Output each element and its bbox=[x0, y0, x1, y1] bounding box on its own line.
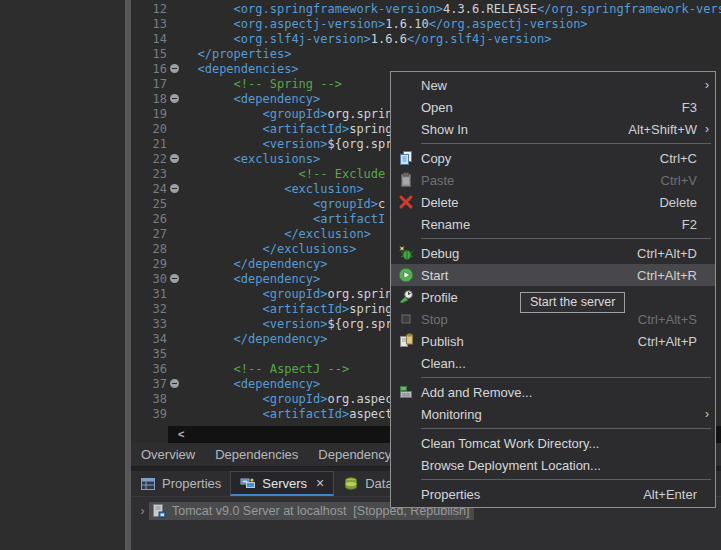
fold-collapse-icon[interactable] bbox=[170, 154, 179, 163]
chevron-right-icon[interactable]: › bbox=[136, 504, 149, 518]
menu-item-shortcut: Delete bbox=[659, 195, 697, 210]
code-line: 12 <org.springframework-version>4.3.6.RE… bbox=[131, 2, 721, 17]
menu-item-copy[interactable]: CopyCtrl+C bbox=[391, 147, 715, 169]
menu-item-shortcut: F2 bbox=[682, 217, 697, 232]
menu-item-label: New bbox=[421, 78, 697, 93]
menu-item-add-and-remove[interactable]: Add and Remove... bbox=[391, 381, 715, 403]
stop-icon bbox=[391, 311, 421, 327]
menu-separator bbox=[391, 140, 715, 147]
line-number: 35 bbox=[131, 347, 169, 362]
menu-item-label: Show In bbox=[421, 122, 628, 137]
submenu-arrow-icon: › bbox=[697, 78, 709, 92]
line-number: 17 bbox=[131, 77, 169, 92]
menu-separator bbox=[391, 235, 715, 242]
menu-item-label: Start bbox=[421, 268, 637, 283]
line-number: 12 bbox=[131, 2, 169, 17]
menu-item-label: Rename bbox=[421, 217, 682, 232]
menu-item-label: Clean... bbox=[421, 356, 697, 371]
menu-item-publish[interactable]: PublishCtrl+Alt+P bbox=[391, 330, 715, 352]
line-number: 26 bbox=[131, 212, 169, 227]
line-number: 23 bbox=[131, 167, 169, 182]
menu-item-monitoring[interactable]: Monitoring› bbox=[391, 403, 715, 425]
context-menu: New›OpenF3Show InAlt+Shift+W›CopyCtrl+CP… bbox=[390, 71, 716, 508]
menu-item-label: Clean Tomcat Work Directory... bbox=[421, 436, 697, 451]
close-icon[interactable]: × bbox=[316, 476, 324, 490]
data-source-icon bbox=[343, 476, 359, 492]
tooltip-text: Start the server bbox=[530, 295, 615, 309]
menu-item-start[interactable]: StartCtrl+Alt+R bbox=[391, 264, 715, 286]
line-number: 39 bbox=[131, 407, 169, 422]
code-line: 14 <org.slf4j-version>1.6.6</org.slf4j-v… bbox=[131, 32, 721, 47]
line-number: 34 bbox=[131, 332, 169, 347]
tab-overview[interactable]: Overview bbox=[131, 447, 205, 462]
fold-collapse-icon[interactable] bbox=[170, 64, 179, 73]
line-number: 28 bbox=[131, 242, 169, 257]
line-number: 15 bbox=[131, 47, 169, 62]
menu-item-new[interactable]: New› bbox=[391, 74, 715, 96]
line-number: 19 bbox=[131, 107, 169, 122]
menu-item-label: Monitoring bbox=[421, 407, 697, 422]
publish-icon bbox=[391, 333, 421, 349]
menu-item-shortcut: Ctrl+Alt+P bbox=[638, 334, 697, 349]
fold-collapse-icon[interactable] bbox=[170, 379, 179, 388]
menu-item-paste: PasteCtrl+V bbox=[391, 169, 715, 191]
fold-collapse-icon[interactable] bbox=[170, 94, 179, 103]
submenu-arrow-icon: › bbox=[697, 122, 709, 136]
code-line: 13 <org.aspectj-version>1.6.10</org.aspe… bbox=[131, 17, 721, 32]
fold-collapse-icon[interactable] bbox=[170, 184, 179, 193]
menu-item-label: Copy bbox=[421, 151, 660, 166]
fold-collapse-icon[interactable] bbox=[170, 274, 179, 283]
profile-icon bbox=[391, 289, 421, 305]
tab-properties[interactable]: Properties bbox=[131, 471, 230, 496]
menu-item-shortcut: Ctrl+C bbox=[660, 151, 697, 166]
line-number: 22 bbox=[131, 152, 169, 167]
menu-item-label: Add and Remove... bbox=[421, 385, 697, 400]
menu-item-label: Open bbox=[421, 100, 682, 115]
line-number: 29 bbox=[131, 257, 169, 272]
menu-item-show-in[interactable]: Show InAlt+Shift+W› bbox=[391, 118, 715, 140]
line-number: 20 bbox=[131, 122, 169, 137]
menu-item-browse-deployment-location[interactable]: Browse Deployment Location... bbox=[391, 454, 715, 476]
line-number: 33 bbox=[131, 317, 169, 332]
add-remove-icon bbox=[391, 384, 421, 400]
paste-icon bbox=[391, 172, 421, 188]
tab-dependencies[interactable]: Dependencies bbox=[205, 447, 308, 462]
line-number: 24 bbox=[131, 182, 169, 197]
line-number: 30 bbox=[131, 272, 169, 287]
menu-item-shortcut: Ctrl+Alt+D bbox=[637, 246, 697, 261]
menu-item-clean[interactable]: Clean... bbox=[391, 352, 715, 374]
line-number: 31 bbox=[131, 287, 169, 302]
menu-item-label: Browse Deployment Location... bbox=[421, 458, 697, 473]
menu-item-shortcut: F3 bbox=[682, 100, 697, 115]
tab-properties-label: Properties bbox=[162, 476, 221, 491]
tab-servers[interactable]: Servers × bbox=[230, 471, 334, 496]
menu-item-debug[interactable]: DebugCtrl+Alt+D bbox=[391, 242, 715, 264]
line-number: 36 bbox=[131, 362, 169, 377]
menu-item-shortcut: Alt+Enter bbox=[643, 487, 697, 502]
menu-item-shortcut: Ctrl+Alt+R bbox=[637, 268, 697, 283]
line-number: 27 bbox=[131, 227, 169, 242]
menu-item-label: Paste bbox=[421, 173, 661, 188]
line-number: 13 bbox=[131, 17, 169, 32]
menu-item-delete[interactable]: DeleteDelete bbox=[391, 191, 715, 213]
menu-item-shortcut: Ctrl+Alt+S bbox=[638, 312, 697, 327]
properties-table-icon bbox=[140, 476, 156, 492]
line-number: 38 bbox=[131, 392, 169, 407]
line-number: 21 bbox=[131, 137, 169, 152]
tooltip: Start the server bbox=[520, 292, 625, 313]
line-number: 25 bbox=[131, 197, 169, 212]
tab-servers-label: Servers bbox=[262, 476, 307, 491]
submenu-arrow-icon: › bbox=[697, 407, 709, 421]
menu-separator bbox=[391, 476, 715, 483]
menu-item-open[interactable]: OpenF3 bbox=[391, 96, 715, 118]
copy-icon bbox=[391, 150, 421, 166]
scroll-left-icon[interactable]: < bbox=[168, 426, 184, 443]
code-line: 15 </properties> bbox=[131, 47, 721, 62]
menu-item-clean-tomcat-work-directory[interactable]: Clean Tomcat Work Directory... bbox=[391, 432, 715, 454]
left-panel bbox=[0, 0, 125, 550]
line-number: 37 bbox=[131, 377, 169, 392]
menu-item-rename[interactable]: RenameF2 bbox=[391, 213, 715, 235]
menu-item-label: Debug bbox=[421, 246, 637, 261]
menu-item-properties[interactable]: PropertiesAlt+Enter bbox=[391, 483, 715, 505]
menu-item-label: Stop bbox=[421, 312, 638, 327]
